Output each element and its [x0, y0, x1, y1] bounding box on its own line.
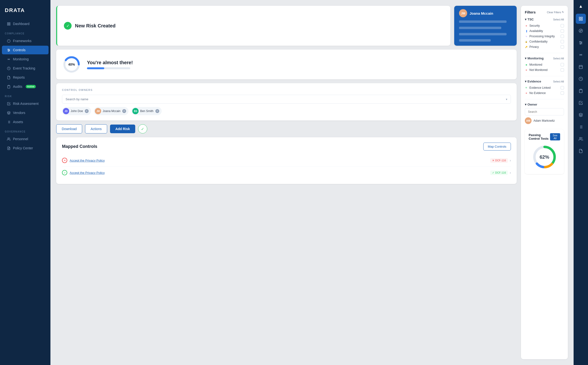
filter-option-evidence-linked-left: ⧉ Evidence Linked: [525, 86, 551, 90]
right-sidebar-home[interactable]: [576, 14, 586, 24]
evidence-select-all[interactable]: Select All: [553, 80, 564, 83]
sidebar-item-event-tracking[interactable]: Event Tracking: [2, 64, 48, 73]
sidebar-item-monitoring[interactable]: Monitoring: [2, 55, 48, 63]
mapped-controls-title: Mapped Controls: [62, 144, 97, 149]
processing-icon: ∿: [525, 35, 528, 38]
right-sidebar-layers[interactable]: [576, 110, 586, 120]
filter-group-tsc: ▾ TSC Select All ⊗ Security ▐ Availabili…: [525, 18, 564, 49]
svg-point-42: [581, 42, 582, 43]
svg-point-23: [8, 138, 9, 139]
privacy-checkbox[interactable]: [561, 45, 564, 49]
monitored-checkbox[interactable]: [561, 63, 564, 66]
owner-tag-ben-smith: BS Ben Smith ✕: [131, 107, 162, 115]
actions-button[interactable]: Actions: [85, 124, 107, 133]
progress-bar-fill: [87, 67, 104, 69]
control-tag-2: ✓ DCF-116: [490, 170, 508, 175]
progress-card: 40% You're almost there!: [56, 49, 517, 79]
tsc-group-title[interactable]: ▾ TSC: [525, 18, 534, 21]
add-risk-button[interactable]: Add Risk: [110, 125, 135, 133]
notification-check-icon: ✓: [64, 22, 72, 30]
right-sidebar-clock[interactable]: [576, 74, 586, 84]
right-sidebar-users[interactable]: [576, 134, 586, 144]
control-chevron-1[interactable]: ›: [510, 158, 511, 162]
control-name-1[interactable]: Accept the Privacy Policy: [70, 159, 105, 162]
owner-name-joana-mccain: Joana Mccain: [102, 109, 120, 113]
not-monitored-checkbox[interactable]: [561, 68, 564, 72]
confidentiality-checkbox[interactable]: [561, 40, 564, 43]
mapped-controls-header: Mapped Controls Map Controls: [62, 143, 511, 151]
monitoring-group-title[interactable]: ▾ Monitoring: [525, 56, 544, 60]
right-sidebar-calendar[interactable]: [576, 62, 586, 72]
clear-filters-label: Clear Filters: [547, 11, 561, 14]
user-name: Joana Mccain: [470, 11, 493, 15]
remove-john-doe-button[interactable]: ✕: [85, 109, 89, 113]
vendors-icon: [7, 111, 11, 115]
control-error-icon-1: ✕: [62, 158, 67, 163]
check-circle-button[interactable]: ✓: [138, 124, 147, 133]
tag-label-1: DCF-116: [495, 159, 506, 162]
evidence-chevron-icon: ▾: [525, 80, 527, 83]
skeleton-line-1: [459, 21, 507, 23]
see-all-button[interactable]: See All: [550, 133, 560, 140]
user-avatar: JM: [459, 9, 467, 17]
center-panel: ✓ New Risk Created JM Joana Mccain: [56, 6, 517, 359]
filter-option-evidence-linked: ⧉ Evidence Linked: [525, 85, 564, 91]
owner-filter-search[interactable]: [525, 108, 564, 115]
filter-option-privacy-left: 🔑 Privacy: [525, 45, 539, 49]
no-evidence-checkbox[interactable]: [561, 91, 564, 95]
svg-marker-16: [7, 111, 10, 113]
right-sidebar-file[interactable]: [576, 146, 586, 156]
tag-x-icon-1: ✕: [492, 159, 494, 162]
security-checkbox[interactable]: [561, 24, 564, 28]
event-tracking-label: Event Tracking: [13, 66, 35, 70]
availability-checkbox[interactable]: [561, 29, 564, 33]
sidebar-item-dashboard[interactable]: Dashboard: [2, 20, 48, 28]
owner-group-title[interactable]: ▾ Owner: [525, 103, 537, 106]
progress-text: You're almost there!: [87, 60, 133, 65]
sidebar-item-personnel[interactable]: Personnel: [2, 135, 48, 143]
right-sidebar-radio[interactable]: [576, 50, 586, 60]
sidebar-item-vendors[interactable]: Vendors: [2, 108, 48, 117]
clear-filters-button[interactable]: Clear Filters ↻: [547, 11, 564, 14]
owner-tag-joana-mccain: JM Joana Mccain ✕: [94, 107, 128, 115]
remove-ben-button[interactable]: ✕: [155, 109, 159, 113]
evidence-linked-checkbox[interactable]: [561, 86, 564, 90]
right-sidebar-check[interactable]: [576, 98, 586, 108]
sidebar-item-frameworks[interactable]: Frameworks: [2, 36, 48, 45]
right-sidebar-compass[interactable]: [576, 26, 586, 36]
reports-label: Reports: [13, 76, 25, 79]
svg-rect-2: [7, 24, 8, 25]
sidebar-item-risk-assessment[interactable]: Risk Assessment: [2, 99, 48, 108]
monitoring-label: Monitoring: [13, 57, 29, 61]
app-logo: DRATA: [0, 5, 50, 19]
audits-active-badge: Active: [26, 85, 36, 88]
sidebar-item-controls[interactable]: Controls: [2, 46, 48, 54]
filter-option-not-monitored-left: ⊗ Not Monitored: [525, 68, 547, 72]
remove-joana-button[interactable]: ✕: [122, 109, 126, 113]
security-label: Security: [529, 24, 540, 28]
controls-icon: [7, 48, 11, 52]
filter-option-not-monitored: ⊗ Not Monitored: [525, 67, 564, 73]
control-chevron-2[interactable]: ›: [510, 171, 511, 175]
right-sidebar-clipboard[interactable]: [576, 86, 586, 96]
monitoring-select-all[interactable]: Select All: [553, 57, 564, 60]
sidebar-item-reports[interactable]: Reports: [2, 73, 48, 82]
tsc-select-all[interactable]: Select All: [553, 18, 564, 21]
sidebar-item-policy-center[interactable]: Policy Center: [2, 144, 48, 152]
right-sidebar-list[interactable]: [576, 122, 586, 132]
owner-search-bar[interactable]: Search by name ▾: [62, 95, 511, 104]
control-name-2[interactable]: Accept the Privacy Policy: [70, 171, 105, 175]
monitoring-filter-label: Monitoring: [527, 56, 544, 60]
map-controls-button[interactable]: Map Controls: [483, 143, 511, 151]
svg-point-36: [579, 29, 583, 33]
sidebar-item-assets[interactable]: Assets: [2, 118, 48, 126]
control-owners-title: CONTROL OWNERS: [62, 89, 511, 91]
download-button[interactable]: Download: [56, 124, 82, 133]
monitored-icon: ◉: [525, 63, 528, 66]
divider-2: [525, 76, 564, 76]
processing-checkbox[interactable]: [561, 35, 564, 38]
evidence-group-title[interactable]: ▾ Evidence: [525, 80, 541, 83]
check-green-icon: ✓: [141, 127, 144, 131]
sidebar-item-audits[interactable]: Audits Active: [2, 82, 48, 91]
right-sidebar-sliders[interactable]: [576, 38, 586, 48]
